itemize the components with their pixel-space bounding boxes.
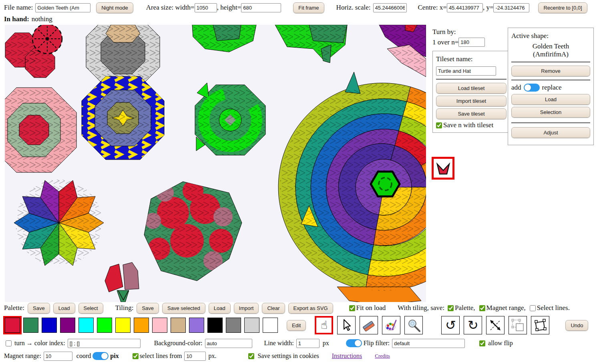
tiling-save-button[interactable]: Save bbox=[137, 303, 159, 314]
turn-color-index-input[interactable] bbox=[68, 339, 141, 348]
instructions-link[interactable]: Instructions bbox=[332, 352, 362, 360]
palette-swatch[interactable] bbox=[78, 318, 94, 333]
area-width-input[interactable] bbox=[195, 3, 217, 12]
select-lines-from-input[interactable] bbox=[184, 352, 206, 361]
background-color-input[interactable] bbox=[205, 339, 252, 348]
motif-purple-pink-partial[interactable] bbox=[379, 25, 426, 77]
palette-swatch[interactable] bbox=[60, 318, 75, 333]
save-palette-checkbox[interactable] bbox=[448, 305, 454, 311]
save-settings-cookies-checkbox[interactable] bbox=[248, 353, 254, 359]
palette-swatch[interactable] bbox=[5, 318, 20, 333]
tiling-export-svg-button[interactable]: Export as SVG bbox=[288, 303, 333, 314]
one-over-n-input[interactable] bbox=[458, 38, 485, 47]
selection-shape-button[interactable]: Selection bbox=[511, 107, 590, 118]
motif-small-flower[interactable] bbox=[105, 262, 139, 302]
palette-swatch[interactable] bbox=[23, 318, 38, 333]
palette-swatch[interactable] bbox=[134, 318, 149, 333]
motif-green-partial-center[interactable] bbox=[275, 25, 347, 63]
save-magnet-range-checkbox[interactable] bbox=[479, 305, 485, 311]
centre-y-input[interactable] bbox=[493, 3, 529, 12]
load-tileset-button[interactable]: Load tileset bbox=[436, 83, 507, 94]
tool-buttons-left: ☝ bbox=[315, 316, 423, 334]
with-tiling-save-label: With tiling, save: bbox=[398, 304, 444, 312]
motif-red-green-camo[interactable] bbox=[141, 179, 245, 283]
edit-palette-button[interactable]: Edit bbox=[287, 320, 306, 331]
tiling-save-selected-button[interactable]: Save selected bbox=[162, 303, 205, 314]
active-shape-preview[interactable] bbox=[432, 157, 454, 180]
palette-swatch[interactable] bbox=[97, 318, 112, 333]
palette-swatch[interactable] bbox=[244, 318, 259, 333]
select-lines-from-checkbox[interactable] bbox=[133, 353, 139, 359]
import-tileset-button[interactable]: Import tileset bbox=[436, 96, 507, 106]
add-replace-toggle[interactable] bbox=[524, 84, 540, 92]
palette-swatch[interactable] bbox=[152, 318, 167, 333]
tiling-clear-button[interactable]: Clear bbox=[262, 303, 285, 314]
tool-rotate-ccw-button[interactable]: ↺ bbox=[441, 316, 460, 334]
palette-swatch[interactable] bbox=[263, 318, 278, 333]
tiling-import-button[interactable]: Import bbox=[234, 303, 259, 314]
tileset-name-input[interactable] bbox=[436, 66, 496, 76]
tool-select-copy-button[interactable] bbox=[509, 316, 527, 334]
tool-select-transform-button[interactable] bbox=[531, 316, 549, 334]
save-tileset-button[interactable]: Save tileset bbox=[436, 108, 507, 119]
save-select-lines-checkbox[interactable] bbox=[530, 305, 536, 311]
active-shape-name: Golden Teeth bbox=[511, 42, 590, 50]
palette-swatch[interactable] bbox=[171, 318, 186, 333]
undo-button[interactable]: Undo bbox=[565, 320, 588, 331]
rotate-cw-icon: ↻ bbox=[468, 319, 478, 332]
tool-palette-button[interactable] bbox=[382, 316, 400, 334]
palette-load-button[interactable]: Load bbox=[53, 303, 75, 314]
motif-rainbow-star[interactable] bbox=[14, 179, 104, 267]
coord-pix-toggle[interactable] bbox=[92, 352, 109, 360]
tiling-canvas[interactable] bbox=[5, 25, 426, 302]
palette-swatch[interactable] bbox=[207, 318, 223, 333]
tiling-load-button[interactable]: Load bbox=[209, 303, 231, 314]
tool-eraser-button[interactable] bbox=[360, 316, 378, 334]
palette-swatch[interactable] bbox=[115, 318, 131, 333]
motif-red-spiral-cluster[interactable] bbox=[5, 25, 62, 78]
tool-zoom-button[interactable] bbox=[404, 316, 423, 334]
load-shape-button[interactable]: Load bbox=[511, 94, 590, 105]
active-shape-panel: Active shape: Golden Teeth (AmfirifmA) R… bbox=[508, 28, 594, 145]
palette-icon bbox=[384, 318, 398, 332]
remove-shape-button[interactable]: Remove bbox=[511, 66, 590, 76]
recentre-button[interactable]: Recentre to [0,0] bbox=[538, 2, 587, 13]
motif-green-g-spiral[interactable] bbox=[194, 83, 266, 156]
tool-hand-button[interactable]: ☝ bbox=[315, 316, 333, 334]
palette-swatch[interactable] bbox=[189, 318, 204, 333]
motif-green-partial-left[interactable] bbox=[192, 25, 256, 52]
add-label: add bbox=[511, 84, 521, 92]
palette-select-button[interactable]: Select bbox=[78, 303, 103, 314]
flip-filter-toggle[interactable] bbox=[346, 339, 362, 347]
flip-filter-input[interactable] bbox=[392, 339, 465, 348]
line-width-input[interactable] bbox=[296, 339, 320, 348]
palette-save-button[interactable]: Save bbox=[28, 303, 50, 314]
centre-label: Centre: x= bbox=[418, 4, 447, 12]
save-n-with-tileset-label: Save n with tileset bbox=[443, 121, 493, 129]
turn-color-index-checkbox[interactable] bbox=[6, 340, 12, 346]
centre-x-input[interactable] bbox=[447, 3, 483, 12]
motif-pink-octagon[interactable] bbox=[5, 88, 76, 172]
tool-flip-button[interactable] bbox=[486, 316, 505, 334]
fit-on-load-checkbox[interactable] bbox=[349, 305, 355, 311]
save-settings-cookies-label: Save settings in cookies bbox=[257, 352, 319, 360]
palette-swatch[interactable] bbox=[226, 318, 241, 333]
file-name-input[interactable] bbox=[35, 3, 90, 12]
tool-cursor-button[interactable] bbox=[337, 316, 356, 334]
motif-rainbow-spiral[interactable] bbox=[278, 72, 426, 302]
palette-swatch[interactable] bbox=[42, 318, 57, 333]
magnet-range-input[interactable] bbox=[44, 352, 72, 361]
horiz-scale-input[interactable] bbox=[373, 3, 407, 12]
tool-rotate-cw-button[interactable]: ↻ bbox=[464, 316, 482, 334]
allow-flip-checkbox[interactable] bbox=[479, 340, 485, 346]
adjust-shape-button[interactable]: Adjust bbox=[511, 127, 590, 138]
motif-green-pinwheel[interactable] bbox=[371, 172, 400, 196]
fit-frame-button[interactable]: Fit frame bbox=[293, 2, 324, 13]
save-n-with-tileset-checkbox[interactable] bbox=[436, 122, 442, 128]
active-shape-title: Active shape: bbox=[511, 32, 590, 40]
night-mode-button[interactable]: Night mode bbox=[96, 2, 133, 13]
credits-link[interactable]: Credits bbox=[375, 353, 390, 359]
save-load-row: Palette: Save Load Select Tiling: Save S… bbox=[4, 302, 570, 314]
area-height-input[interactable] bbox=[241, 3, 281, 12]
motif-blue-yellow-octagon[interactable] bbox=[82, 76, 164, 160]
